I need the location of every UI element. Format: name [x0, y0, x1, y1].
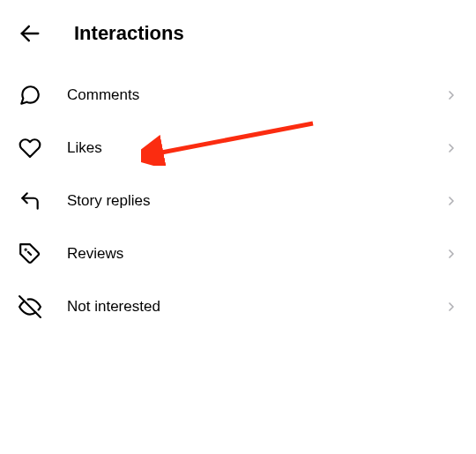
list-item-likes[interactable]: Likes	[0, 122, 476, 175]
tag-icon	[18, 242, 42, 266]
svg-line-2	[28, 252, 31, 255]
list-item-comments[interactable]: Comments	[0, 69, 476, 122]
reply-icon	[18, 189, 42, 213]
comments-icon	[18, 83, 42, 108]
chevron-right-icon	[444, 88, 458, 102]
page-title: Interactions	[74, 22, 184, 45]
arrow-left-icon	[18, 21, 42, 46]
list-item-label: Comments	[67, 86, 444, 104]
back-button[interactable]	[18, 21, 42, 46]
header: Interactions	[0, 0, 476, 63]
svg-point-1	[26, 249, 26, 250]
interactions-list: Comments Likes Story replies	[0, 63, 476, 339]
list-item-label: Story replies	[67, 192, 444, 210]
list-item-story-replies[interactable]: Story replies	[0, 175, 476, 227]
list-item-not-interested[interactable]: Not interested	[0, 280, 476, 333]
chevron-right-icon	[444, 300, 458, 314]
eye-off-icon	[18, 294, 42, 319]
list-item-label: Reviews	[67, 245, 444, 263]
list-item-label: Likes	[67, 139, 444, 157]
chevron-right-icon	[444, 141, 458, 155]
list-item-reviews[interactable]: Reviews	[0, 227, 476, 280]
heart-icon	[18, 136, 42, 160]
chevron-right-icon	[444, 247, 458, 261]
chevron-right-icon	[444, 194, 458, 208]
list-item-label: Not interested	[67, 298, 444, 316]
